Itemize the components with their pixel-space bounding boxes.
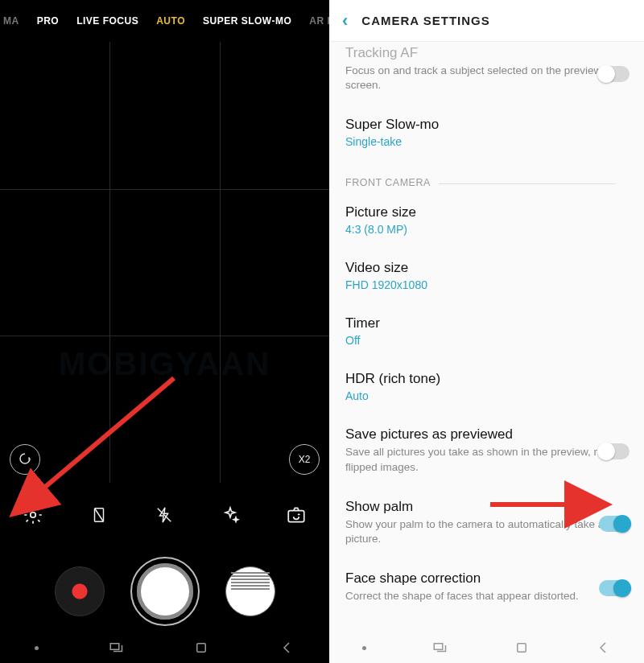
- setting-title: HDR (rich tone): [345, 371, 628, 387]
- setting-show-palm[interactable]: Show palm Show your palm to the camera t…: [329, 488, 644, 559]
- toggle-tracking-af[interactable]: [599, 66, 630, 82]
- record-video-button[interactable]: [55, 566, 105, 616]
- setting-value: Single-take: [345, 135, 628, 148]
- setting-title: Show palm: [345, 499, 628, 515]
- setting-value: 4:3 (8.0 MP): [345, 223, 628, 236]
- toggle-show-palm[interactable]: [599, 516, 630, 532]
- mode-panorama-cut[interactable]: MA: [3, 15, 19, 27]
- grid-line: [109, 42, 110, 483]
- shutter-row: [0, 547, 329, 636]
- setting-value: Auto: [345, 389, 628, 402]
- settings-list[interactable]: Tracking AF Focus on and track a subject…: [329, 42, 644, 632]
- setting-picture-size[interactable]: Picture size 4:3 (8.0 MP): [329, 193, 644, 249]
- settings-title: CAMERA SETTINGS: [361, 14, 489, 27]
- settings-header: ‹ CAMERA SETTINGS: [329, 0, 644, 42]
- nav-dot-icon: [35, 646, 39, 650]
- grid-line: [0, 336, 329, 336]
- setting-title: Video size: [345, 260, 628, 276]
- home-icon[interactable]: [193, 640, 209, 656]
- mode-auto[interactable]: AUTO: [156, 15, 185, 27]
- shutter-button[interactable]: [132, 558, 198, 624]
- wide-lens-button[interactable]: [10, 444, 40, 475]
- effects-icon[interactable]: [219, 504, 242, 526]
- setting-title: Super Slow-mo: [345, 117, 628, 133]
- camera-tool-row: [0, 492, 329, 537]
- setting-title: Timer: [345, 315, 628, 332]
- svg-rect-4: [197, 644, 206, 653]
- back-icon[interactable]: [595, 640, 611, 656]
- setting-timer[interactable]: Timer Off: [329, 304, 644, 360]
- zoom-2x-button[interactable]: X2: [289, 444, 320, 475]
- back-arrow-icon[interactable]: ‹: [342, 10, 349, 31]
- setting-tracking-af[interactable]: Tracking AF Focus on and track a subject…: [329, 42, 644, 105]
- camera-viewfinder[interactable]: [0, 42, 329, 483]
- setting-title: Tracking AF: [345, 45, 628, 61]
- grid-line: [220, 42, 221, 483]
- toggle-face-shape[interactable]: [599, 580, 630, 596]
- flash-off-icon[interactable]: [153, 504, 175, 526]
- svg-point-0: [31, 513, 36, 518]
- fullscreen-icon[interactable]: [88, 504, 110, 526]
- wide-lens-icon: [18, 451, 32, 468]
- setting-value: FHD 1920x1080: [345, 278, 628, 291]
- grid-line: [0, 189, 329, 190]
- recents-icon[interactable]: [108, 640, 124, 656]
- section-common: COMMON: [329, 617, 644, 632]
- setting-value: Off: [345, 334, 628, 347]
- settings-gear-icon[interactable]: [22, 504, 44, 526]
- svg-rect-7: [435, 644, 444, 650]
- switch-camera-icon[interactable]: [285, 504, 308, 526]
- mode-super-slowmo[interactable]: SUPER SLOW-MO: [203, 15, 291, 27]
- setting-sub: Focus on and track a subject selected on…: [345, 64, 628, 93]
- svg-rect-8: [518, 644, 526, 653]
- setting-face-shape-correction[interactable]: Face shape correction Correct the shape …: [329, 559, 644, 616]
- setting-sub: Show your palm to the camera to automati…: [345, 517, 628, 546]
- nav-dot-icon: [362, 646, 366, 650]
- section-front-camera: FRONT CAMERA: [329, 161, 644, 193]
- recents-icon[interactable]: [431, 640, 448, 656]
- android-navbar-left: [0, 632, 329, 663]
- setting-save-as-previewed[interactable]: Save pictures as previewed Save all pict…: [329, 415, 644, 487]
- back-icon[interactable]: [279, 640, 295, 656]
- setting-super-slowmo[interactable]: Super Slow-mo Single-take: [329, 105, 644, 161]
- setting-title: Picture size: [345, 204, 628, 220]
- mode-pro[interactable]: PRO: [37, 15, 60, 27]
- svg-rect-3: [110, 644, 119, 650]
- setting-sub: Correct the shape of faces that appear d…: [345, 589, 628, 603]
- setting-title: Save pictures as previewed: [345, 426, 628, 443]
- mode-live-focus[interactable]: LIVE FOCUS: [76, 15, 138, 27]
- android-navbar-right: [329, 632, 644, 663]
- camera-settings-screen: ‹ CAMERA SETTINGS Tracking AF Focus on a…: [329, 0, 644, 663]
- svg-rect-2: [288, 511, 304, 522]
- gallery-thumbnail[interactable]: [225, 566, 275, 616]
- zoom-2x-label: X2: [299, 454, 311, 465]
- home-icon[interactable]: [514, 640, 530, 656]
- setting-video-size[interactable]: Video size FHD 1920x1080: [329, 249, 644, 304]
- mode-ar-emoji-cut[interactable]: AR EMO: [309, 15, 329, 27]
- camera-mode-bar[interactable]: MA PRO LIVE FOCUS AUTO SUPER SLOW-MO AR …: [0, 0, 329, 42]
- camera-app: MA PRO LIVE FOCUS AUTO SUPER SLOW-MO AR …: [0, 0, 329, 663]
- setting-title: Face shape correction: [345, 570, 628, 587]
- setting-sub: Save all pictures you take as shown in t…: [345, 445, 628, 474]
- setting-hdr[interactable]: HDR (rich tone) Auto: [329, 360, 644, 415]
- toggle-save-previewed[interactable]: [599, 443, 630, 459]
